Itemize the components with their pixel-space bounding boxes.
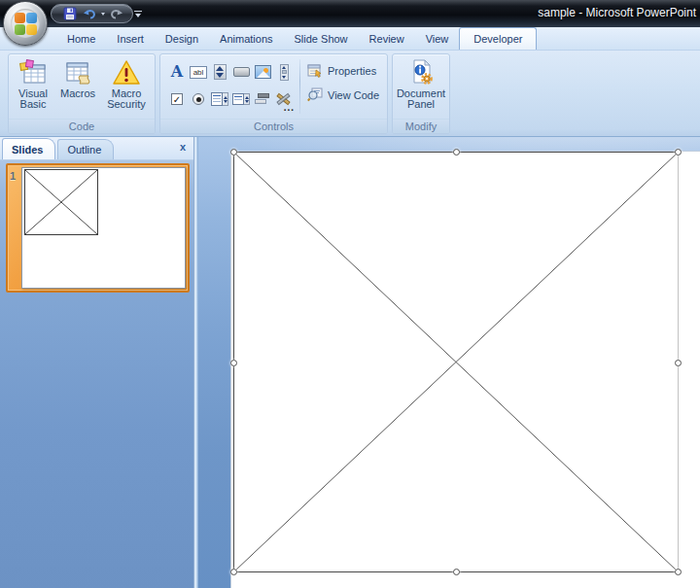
office-button[interactable]: [3, 1, 48, 46]
undo-button[interactable]: [81, 6, 98, 21]
label-control-button[interactable]: A: [167, 62, 187, 82]
macros-icon: [62, 58, 93, 87]
slide-canvas[interactable]: [230, 151, 700, 588]
checkbox-control-button[interactable]: ✓: [167, 89, 187, 109]
command-button-icon: [233, 67, 250, 77]
customize-qat-button[interactable]: [131, 6, 145, 21]
ribbon-group-controls: A abl: [159, 53, 388, 134]
panel-close-button[interactable]: x: [180, 141, 186, 153]
tab-design[interactable]: Design: [155, 27, 209, 50]
redo-icon: [109, 8, 123, 20]
properties-icon: [307, 63, 323, 78]
view-code-label: View Code: [328, 89, 379, 101]
save-button[interactable]: [61, 6, 79, 21]
label-control-icon: A: [171, 64, 183, 80]
listbox-control-button[interactable]: [210, 89, 229, 109]
textbox-control-icon: abl: [190, 66, 207, 79]
chevron-down-icon: [135, 14, 141, 17]
slides-panel: Slides Outline x 1: [0, 137, 193, 588]
repeat-button[interactable]: [107, 6, 124, 21]
tab-developer[interactable]: Developer: [459, 27, 537, 50]
document-panel-icon: [405, 58, 437, 87]
slide-edit-area: [198, 137, 700, 588]
workspace: Slides Outline x 1: [0, 137, 700, 588]
resize-handle-middle-left[interactable]: [230, 360, 237, 366]
window-title: sample - Microsoft PowerPoint: [538, 6, 696, 19]
thumbnail-x-placeholder: [24, 169, 98, 235]
visual-basic-button[interactable]: Visual Basic: [11, 55, 55, 118]
resize-handle-bottom-left[interactable]: [230, 569, 237, 575]
visual-basic-label: Visual Basic: [11, 88, 55, 110]
group-label-controls[interactable]: Controls: [160, 119, 387, 133]
scrollbar-control-button[interactable]: [274, 62, 294, 82]
toggle-button-icon: [255, 92, 270, 106]
selected-x-object[interactable]: [233, 152, 679, 572]
checkbox-control-icon: ✓: [171, 93, 183, 105]
macro-security-button[interactable]: Macro Security: [100, 55, 153, 118]
slide-number: 1: [10, 170, 16, 182]
properties-button[interactable]: Properties: [307, 63, 379, 78]
panel-tab-bar: Slides Outline x: [0, 137, 193, 160]
group-label-code[interactable]: Code: [9, 119, 155, 133]
powerpoint-window: sample - Microsoft PowerPoint Home Inser…: [0, 0, 700, 588]
resize-handle-top-left[interactable]: [230, 149, 237, 156]
more-controls-icon: ...: [275, 90, 293, 108]
tab-animations[interactable]: Animations: [209, 27, 283, 50]
document-panel-button[interactable]: Document Panel: [395, 55, 447, 118]
scrollbar-control-icon: [280, 64, 289, 81]
macros-label: Macros: [60, 88, 95, 99]
command-button-control-button[interactable]: [231, 62, 251, 82]
toggle-button-control-button[interactable]: [253, 89, 272, 109]
save-icon: [63, 7, 77, 20]
listbox-control-icon: [211, 92, 228, 106]
undo-dropdown-icon[interactable]: [101, 13, 105, 16]
slide-thumbnail[interactable]: [21, 167, 186, 289]
resize-handle-bottom-middle[interactable]: [453, 569, 460, 575]
spin-button-control-button[interactable]: [210, 62, 229, 82]
undo-icon: [83, 8, 97, 20]
ribbon-group-code: Visual Basic Macros: [8, 53, 156, 134]
resize-handle-top-right[interactable]: [675, 149, 682, 156]
slide-thumbnail-item[interactable]: 1: [6, 163, 190, 293]
macro-security-label: Macro Security: [100, 88, 153, 110]
view-code-icon: [307, 87, 323, 102]
ribbon-group-modify: Document Panel Modify: [392, 53, 450, 134]
view-code-button[interactable]: View Code: [307, 87, 379, 102]
option-button-control-button[interactable]: [189, 89, 208, 109]
group-label-modify[interactable]: Modify: [393, 119, 449, 133]
more-controls-button[interactable]: ...: [274, 89, 294, 109]
resize-handle-top-middle[interactable]: [453, 149, 460, 156]
combobox-control-icon: [232, 93, 250, 105]
title-bar: sample - Microsoft PowerPoint: [0, 0, 700, 27]
tab-outline[interactable]: Outline: [57, 139, 114, 159]
document-panel-label: Document Panel: [395, 88, 447, 110]
spin-button-icon: [214, 64, 227, 80]
quick-access-toolbar: [51, 4, 133, 23]
properties-label: Properties: [328, 65, 376, 77]
image-control-icon: [255, 65, 271, 79]
resize-handle-middle-right[interactable]: [675, 360, 682, 366]
option-button-icon: [192, 93, 204, 105]
tab-review[interactable]: Review: [359, 27, 415, 50]
ribbon: Visual Basic Macros: [0, 50, 700, 137]
textbox-control-button[interactable]: abl: [189, 62, 208, 82]
image-control-button[interactable]: [253, 62, 272, 82]
resize-handle-bottom-right[interactable]: [675, 569, 682, 575]
tab-insert[interactable]: Insert: [106, 27, 155, 50]
tab-slides[interactable]: Slides: [2, 138, 55, 159]
macro-security-icon: [111, 58, 142, 87]
office-logo-icon: [11, 9, 40, 38]
tab-slide-show[interactable]: Slide Show: [284, 27, 359, 50]
ribbon-tab-row: Home Insert Design Animations Slide Show…: [0, 27, 700, 50]
visual-basic-icon: [18, 58, 49, 87]
tab-home[interactable]: Home: [56, 27, 106, 50]
combobox-control-button[interactable]: [231, 89, 251, 109]
tab-view[interactable]: View: [415, 27, 460, 50]
macros-button[interactable]: Macros: [55, 55, 100, 118]
